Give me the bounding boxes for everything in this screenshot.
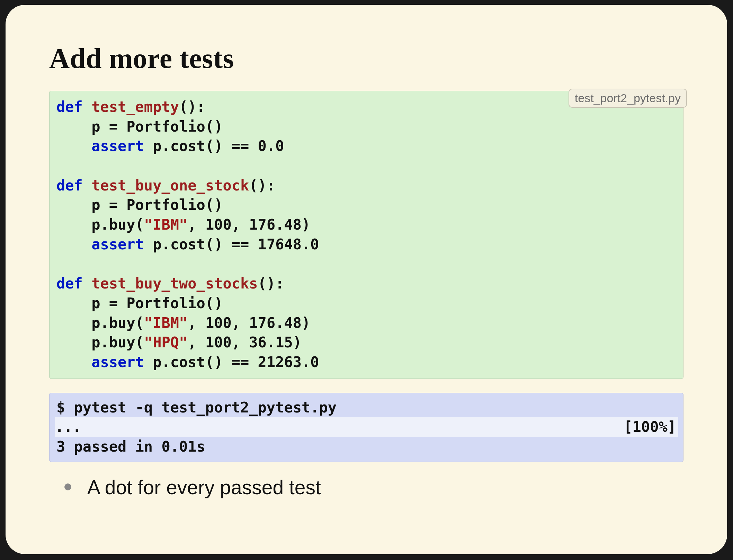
func-name: test_empty bbox=[91, 98, 179, 115]
code-text: , 100, 176.48) bbox=[188, 314, 310, 331]
func-name: test_buy_two_stocks bbox=[91, 275, 258, 292]
string-literal: "IBM" bbox=[144, 216, 188, 233]
keyword-assert: assert bbox=[91, 354, 144, 371]
keyword-def: def bbox=[56, 98, 83, 115]
code-text: p.buy( bbox=[56, 216, 144, 233]
terminal-summary: 3 passed in 0.01s bbox=[56, 437, 677, 457]
terminal-output: $ pytest -q test_port2_pytest.py ... [10… bbox=[49, 393, 683, 462]
string-literal: "HPQ" bbox=[144, 334, 188, 351]
func-name: test_buy_one_stock bbox=[91, 177, 249, 194]
code-filename-tag: test_port2_pytest.py bbox=[569, 89, 687, 108]
keyword-def: def bbox=[56, 275, 83, 292]
keyword-assert: assert bbox=[91, 236, 144, 253]
code-indent bbox=[56, 137, 91, 154]
code-text: (): bbox=[249, 177, 275, 194]
keyword-def: def bbox=[56, 177, 83, 194]
code-text: p.buy( bbox=[56, 314, 144, 331]
code-text: , 100, 176.48) bbox=[188, 216, 310, 233]
slide-card: Add more tests test_port2_pytest.py def … bbox=[6, 5, 727, 554]
terminal-percent: [100%] bbox=[624, 417, 676, 437]
string-literal: "IBM" bbox=[144, 314, 188, 331]
code-indent bbox=[56, 236, 91, 253]
code-line: p = Portfolio() bbox=[56, 196, 223, 213]
code-text: p.buy( bbox=[56, 334, 144, 351]
bullet-list: A dot for every passed test bbox=[49, 474, 683, 500]
terminal-dots: ... bbox=[55, 417, 81, 437]
code-text: p.cost() == 17648.0 bbox=[144, 236, 319, 253]
slide-title: Add more tests bbox=[49, 42, 683, 75]
code-text: p.cost() == 0.0 bbox=[144, 137, 284, 154]
code-text: , 100, 36.15) bbox=[188, 334, 302, 351]
code-line: p = Portfolio() bbox=[56, 118, 223, 135]
code-line: p = Portfolio() bbox=[56, 295, 223, 312]
terminal-progress-row: ... [100%] bbox=[55, 417, 678, 437]
terminal-command: $ pytest -q test_port2_pytest.py bbox=[56, 398, 677, 418]
python-code-block: def test_empty(): p = Portfolio() assert… bbox=[49, 91, 683, 379]
code-text: (): bbox=[179, 98, 205, 115]
code-block-wrap: test_port2_pytest.py def test_empty(): p… bbox=[49, 91, 683, 379]
code-text: (): bbox=[258, 275, 284, 292]
keyword-assert: assert bbox=[91, 137, 144, 154]
code-indent bbox=[56, 354, 91, 371]
code-text: p.cost() == 21263.0 bbox=[144, 354, 319, 371]
bullet-item: A dot for every passed test bbox=[64, 474, 683, 500]
